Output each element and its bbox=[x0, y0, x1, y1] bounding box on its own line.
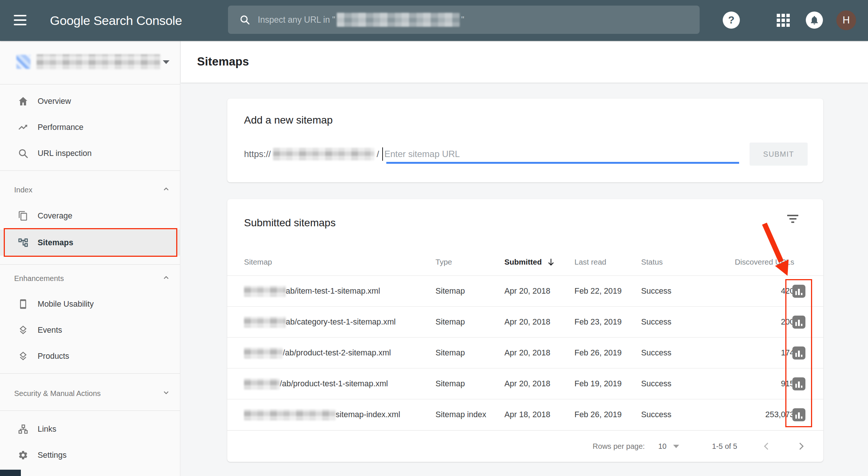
table-row[interactable]: /ab/product-test-1-sitemap.xml Sitemap A… bbox=[227, 368, 823, 399]
previous-page-chevron-icon[interactable] bbox=[762, 441, 772, 451]
redacted-url-prefix bbox=[244, 378, 280, 390]
column-header-type[interactable]: Type bbox=[435, 249, 452, 275]
hamburger-menu-icon[interactable] bbox=[14, 15, 26, 26]
bar-chart-icon bbox=[795, 381, 803, 388]
rows-per-page-value[interactable]: 10 bbox=[658, 442, 666, 451]
chevron-up-icon bbox=[162, 185, 170, 195]
table-pagination: Rows per page: 10 1-5 of 5 bbox=[227, 430, 823, 462]
url-scheme-label: https:// bbox=[244, 149, 271, 159]
submitted-sitemaps-card: Submitted sitemaps Sitemap Type Submitte… bbox=[227, 199, 823, 462]
submitted-date: Apr 20, 2018 bbox=[504, 338, 550, 368]
last-read-date: Feb 26, 2019 bbox=[574, 338, 622, 368]
chevron-up-icon bbox=[162, 274, 170, 283]
column-header-label: Submitted bbox=[504, 258, 542, 266]
sidebar-item-links[interactable]: Links bbox=[0, 416, 180, 442]
next-page-chevron-icon[interactable] bbox=[796, 441, 806, 451]
sitemap-name: sitemap-index.xml bbox=[336, 410, 400, 419]
help-button[interactable]: ? bbox=[723, 12, 740, 29]
sidebar-item-label: Events bbox=[38, 326, 62, 335]
status-badge: Success bbox=[641, 399, 671, 430]
sidebar-item-settings[interactable]: Settings bbox=[0, 442, 180, 468]
avatar-initial: H bbox=[843, 15, 850, 26]
trending-up-icon bbox=[18, 122, 29, 133]
org-chart-icon bbox=[18, 424, 29, 435]
submitted-date: Apr 20, 2018 bbox=[504, 368, 550, 399]
status-badge: Success bbox=[641, 368, 671, 399]
question-mark-icon: ? bbox=[728, 14, 734, 26]
sitemap-name: /ab/product-test-2-sitemap.xml bbox=[283, 348, 391, 358]
property-selector[interactable] bbox=[0, 41, 180, 83]
search-placeholder-prefix: Inspect any URL in " bbox=[258, 15, 335, 25]
sitemap-tree-icon bbox=[18, 237, 29, 248]
chevron-down-icon bbox=[163, 60, 170, 64]
column-header-submitted[interactable]: Submitted bbox=[504, 249, 556, 275]
submitted-sitemaps-title: Submitted sitemaps bbox=[244, 217, 336, 229]
sidebar-item-coverage[interactable]: Coverage bbox=[0, 203, 180, 229]
table-row[interactable]: ab/item-test-1-sitemap.xml Sitemap Apr 2… bbox=[227, 275, 823, 306]
rows-per-page-dropdown-icon[interactable] bbox=[673, 445, 679, 448]
sidebar: Overview Performance URL inspection Inde… bbox=[0, 41, 180, 476]
sitemap-name: ab/item-test-1-sitemap.xml bbox=[286, 287, 380, 296]
last-read-date: Feb 19, 2019 bbox=[574, 368, 622, 399]
table-row[interactable]: sitemap-index.xml Sitemap index Apr 18, … bbox=[227, 399, 823, 430]
sidebar-item-products[interactable]: Products bbox=[0, 343, 180, 369]
notifications-button[interactable] bbox=[806, 12, 823, 29]
last-read-date: Feb 23, 2019 bbox=[574, 307, 622, 338]
taskbar-edge bbox=[0, 470, 21, 476]
sidebar-item-mobile-usability[interactable]: Mobile Usability bbox=[0, 291, 180, 317]
section-header-security-manual-actions[interactable]: Security & Manual Actions bbox=[0, 384, 180, 403]
home-icon bbox=[18, 96, 29, 107]
view-index-coverage-button[interactable] bbox=[792, 408, 805, 421]
discovered-urls-count: 420 bbox=[691, 276, 794, 307]
sidebar-item-events[interactable]: Events bbox=[0, 317, 180, 343]
redacted-url-prefix bbox=[244, 409, 336, 421]
last-read-date: Feb 22, 2019 bbox=[574, 276, 622, 307]
url-inspection-search-input[interactable]: Inspect any URL in " " bbox=[228, 6, 700, 34]
sidebar-item-performance[interactable]: Performance bbox=[0, 114, 180, 140]
table-row[interactable]: ab/category-test-1-sitemap.xml Sitemap A… bbox=[227, 306, 823, 337]
sidebar-item-overview[interactable]: Overview bbox=[0, 88, 180, 114]
pages-copy-icon bbox=[18, 210, 29, 221]
redacted-property-name bbox=[37, 54, 160, 69]
column-header-last-read[interactable]: Last read bbox=[574, 249, 606, 275]
sidebar-item-url-inspection[interactable]: URL inspection bbox=[0, 140, 180, 166]
view-index-coverage-button[interactable] bbox=[792, 316, 805, 329]
structured-data-icon bbox=[18, 351, 29, 362]
add-sitemap-title: Add a new sitemap bbox=[244, 114, 333, 126]
redacted-url-prefix bbox=[244, 286, 286, 297]
column-header-status[interactable]: Status bbox=[641, 249, 663, 275]
user-avatar[interactable]: H bbox=[836, 10, 856, 30]
section-header-enhancements[interactable]: Enhancements bbox=[0, 269, 180, 288]
app-logo: Google Search Console bbox=[50, 0, 182, 41]
sidebar-item-label: Coverage bbox=[38, 211, 72, 221]
section-header-index[interactable]: Index bbox=[0, 181, 180, 199]
redacted-url-prefix bbox=[244, 317, 286, 328]
bell-icon bbox=[809, 15, 820, 25]
last-read-date: Feb 26, 2019 bbox=[574, 399, 622, 430]
discovered-urls-count: 915 bbox=[691, 368, 794, 399]
submit-button[interactable]: SUBMIT bbox=[750, 143, 808, 166]
sidebar-item-label: Mobile Usability bbox=[38, 300, 94, 309]
google-apps-grid-icon[interactable] bbox=[777, 14, 790, 27]
table-row[interactable]: /ab/product-test-2-sitemap.xml Sitemap A… bbox=[227, 337, 823, 368]
column-header-discovered-urls[interactable]: Discovered URLs bbox=[691, 249, 794, 275]
search-placeholder-suffix: " bbox=[461, 15, 464, 25]
sitemap-type: Sitemap bbox=[435, 338, 465, 368]
top-app-bar: Google Search Console Inspect any URL in… bbox=[0, 0, 868, 41]
sitemap-url-input[interactable] bbox=[384, 145, 731, 163]
sidebar-item-sitemaps[interactable]: Sitemaps bbox=[0, 230, 180, 256]
section-label: Index bbox=[14, 186, 32, 194]
view-index-coverage-button[interactable] bbox=[792, 285, 805, 298]
view-index-coverage-button[interactable] bbox=[792, 346, 805, 360]
sidebar-item-label: Links bbox=[38, 425, 56, 434]
search-icon bbox=[239, 14, 250, 25]
status-badge: Success bbox=[641, 338, 671, 368]
filter-icon[interactable] bbox=[785, 215, 800, 230]
table-header-row: Sitemap Type Submitted Last read Status … bbox=[227, 249, 823, 275]
page-title: Sitemaps bbox=[197, 41, 249, 83]
view-index-coverage-button[interactable] bbox=[792, 377, 805, 390]
pagination-range: 1-5 of 5 bbox=[712, 442, 737, 451]
main-content: Sitemaps Add a new sitemap https:// / SU… bbox=[181, 41, 868, 476]
sitemap-name: /ab/product-test-1-sitemap.xml bbox=[280, 379, 388, 389]
column-header-sitemap[interactable]: Sitemap bbox=[244, 249, 272, 275]
